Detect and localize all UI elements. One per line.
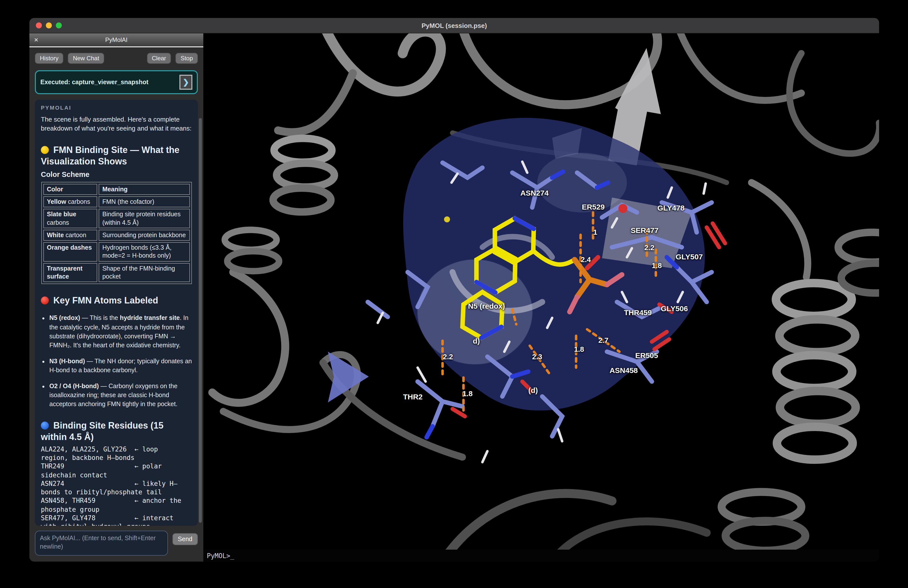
viewer-label: ASN458: [610, 366, 638, 375]
viewer-label: 2.7: [598, 337, 608, 344]
sidebar-scrollbar[interactable]: [199, 118, 202, 523]
chat-toolbar: History New Chat Clear Stop: [29, 47, 203, 66]
pymol-window: PyMOL (session.pse) ✕ PyMolAI History Ne…: [29, 18, 879, 562]
screen: PyMOL (session.pse) ✕ PyMolAI History Ne…: [0, 0, 908, 588]
viewer-label: GLY507: [676, 253, 703, 261]
panel-title: PyMolAI: [105, 36, 127, 43]
pymol-command-line[interactable]: PyMOL>_: [203, 549, 879, 562]
section-heading-binding-residues: Binding Site Residues (15 within 4.5 Å): [41, 420, 192, 443]
viewer-label: THR459: [624, 308, 652, 316]
chat-input-row: Ask PyMolAI... (Enter to send, Shift+Ent…: [29, 530, 203, 562]
molecular-viewport[interactable]: ASN274ER529GLY478SER47712.22.41.8GLY507N…: [203, 33, 879, 562]
list-item: N5 (redox) — This is the hydride transfe…: [49, 314, 192, 350]
viewer-label: 1: [593, 228, 597, 236]
minimize-window-button[interactable]: [46, 23, 52, 28]
section-heading-fmn-binding-site: FMN Binding Site — What the Visualizatio…: [41, 145, 192, 168]
viewer-label: 2.2: [443, 353, 453, 361]
viewer-label: SER477: [631, 226, 658, 235]
viewer-labels: ASN274ER529GLY478SER47712.22.41.8GLY507N…: [203, 33, 879, 562]
viewer-label: 2.2: [644, 244, 654, 252]
viewer-label: GLY478: [657, 203, 684, 212]
red-circle-icon: [41, 296, 49, 304]
message-sender: PYMOLAI: [41, 105, 192, 111]
binding-residues-text: ALA224, ALA225, GLY226 ← loop region, ba…: [41, 445, 192, 526]
color-scheme-subheading: Color Scheme: [41, 171, 192, 179]
table-row: Slate blue carbonsBinding site protein r…: [43, 209, 190, 228]
send-button[interactable]: Send: [172, 533, 198, 545]
viewer-label: (d): [528, 386, 538, 394]
panel-header: ✕ PyMolAI: [29, 33, 203, 47]
viewer-label: 2.4: [581, 255, 591, 263]
assistant-message-card: PYMOLAI The scene is fully assembled. He…: [35, 100, 198, 526]
viewer-label: 1.8: [574, 345, 584, 353]
viewer-label: THR2: [403, 393, 423, 401]
table-row: White cartoonSurrounding protein backbon…: [43, 230, 190, 241]
executed-command-banner[interactable]: Executed: capture_viewer_snapshot ❯: [35, 70, 198, 94]
close-window-button[interactable]: [36, 23, 42, 28]
viewer-label: ASN274: [520, 188, 549, 197]
window-title: PyMOL (session.pse): [422, 22, 487, 29]
table-row: Yellow carbonsFMN (the cofactor): [43, 197, 190, 208]
viewer-label: 2.3: [532, 353, 542, 361]
blue-circle-icon: [41, 421, 49, 429]
table-header: Color: [43, 184, 97, 195]
zoom-window-button[interactable]: [56, 23, 62, 28]
list-item: N3 (H-bond) — The NH donor; typically do…: [49, 357, 192, 375]
viewer-label: ER529: [582, 202, 605, 211]
pymolai-panel: ✕ PyMolAI History New Chat Clear Stop Ex…: [29, 33, 203, 562]
expand-command-button[interactable]: ❯: [179, 75, 192, 90]
stop-button[interactable]: Stop: [175, 53, 198, 64]
table-row: Orange dashesHydrogen bonds (≤3.3 Å, mod…: [43, 242, 190, 261]
viewer-label: ER505: [635, 351, 658, 359]
chat-input[interactable]: Ask PyMolAI... (Enter to send, Shift+Ent…: [35, 531, 168, 556]
chevron-right-icon: ❯: [183, 78, 189, 87]
key-atoms-list: N5 (redox) — This is the hydride transfe…: [49, 314, 192, 409]
viewer-label: N5 (redox): [468, 302, 505, 310]
pymol-prompt-text: PyMOL>_: [207, 552, 234, 559]
section-heading-key-fmn-atoms: Key FMN Atoms Labeled: [41, 295, 192, 306]
title-bar: PyMOL (session.pse): [29, 18, 879, 33]
new-chat-button[interactable]: New Chat: [68, 53, 104, 64]
history-button[interactable]: History: [35, 53, 64, 64]
viewer-label: 1.8: [462, 390, 472, 398]
viewer-label: 1.8: [652, 262, 662, 270]
yellow-circle-icon: [41, 146, 49, 154]
table-header: Meaning: [99, 184, 190, 195]
viewer-label: d): [473, 337, 480, 345]
list-item: O2 / O4 (H-bond) — Carbonyl oxygens on t…: [49, 382, 192, 409]
executed-command-text: Executed: capture_viewer_snapshot: [40, 79, 179, 86]
table-row: Transparent surfaceShape of the FMN-bind…: [43, 263, 190, 282]
traffic-lights: [36, 18, 62, 33]
close-panel-icon[interactable]: ✕: [34, 37, 39, 43]
color-scheme-table: ColorMeaning Yellow carbonsFMN (the cofa…: [41, 182, 192, 284]
clear-button[interactable]: Clear: [147, 53, 171, 64]
viewer-label: GLY506: [661, 304, 688, 313]
message-intro: The scene is fully assembled. Here's a c…: [41, 115, 192, 134]
